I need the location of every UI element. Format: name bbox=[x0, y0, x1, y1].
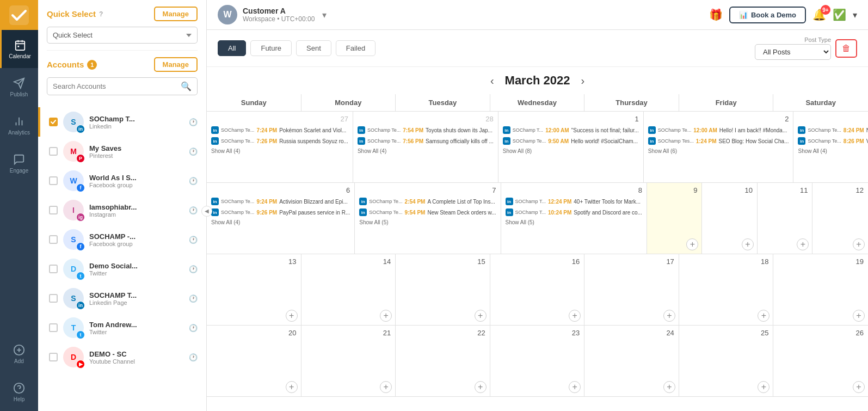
post-item[interactable]: inSOChamp Tes...1:24 PMSEO Blog: How Soc… bbox=[646, 136, 791, 146]
add-post-button[interactable]: + bbox=[286, 310, 298, 322]
day-number-9: 9 bbox=[649, 185, 700, 195]
post-item[interactable]: inSOChamp Te...8:24 PMNetflix is launchi… bbox=[796, 125, 868, 135]
post-item[interactable]: inSOChamp Te...7:54 PMToyota shuts down … bbox=[355, 125, 496, 135]
show-all-link[interactable]: Show All (8) bbox=[501, 147, 641, 155]
account-checkbox-iamsophiabr[interactable] bbox=[49, 206, 58, 214]
filter-tab-failed[interactable]: Failed bbox=[336, 40, 375, 56]
add-post-button[interactable]: + bbox=[663, 310, 675, 322]
filter-tab-all[interactable]: All bbox=[218, 40, 246, 56]
nav-item-publish[interactable]: Publish bbox=[0, 68, 38, 106]
account-checkbox-sochamp-t[interactable] bbox=[49, 294, 58, 303]
show-all-link[interactable]: Show All (4) bbox=[209, 147, 350, 155]
add-post-button[interactable]: + bbox=[742, 238, 754, 250]
add-post-button[interactable]: + bbox=[569, 381, 581, 393]
post-item[interactable]: inSOChamp Te...9:50 AMHello world! #Soci… bbox=[501, 136, 641, 146]
workspace-dropdown-icon[interactable]: ▾ bbox=[322, 10, 327, 20]
add-post-button[interactable]: + bbox=[663, 381, 675, 393]
cal-day-header-friday: Friday bbox=[679, 94, 774, 111]
account-checkbox-my-saves[interactable] bbox=[49, 147, 58, 156]
user-menu-dropdown-icon[interactable]: ▾ bbox=[853, 10, 857, 20]
account-checkbox-world-as-i-s[interactable] bbox=[49, 176, 58, 185]
search-accounts-input-wrapper[interactable]: 🔍 bbox=[47, 77, 198, 95]
post-item[interactable]: inSOChamp Te...12:00 AMHello! I am back!… bbox=[646, 125, 791, 135]
show-all-link[interactable]: Show All (5) bbox=[357, 218, 498, 226]
account-item-my-saves[interactable]: MPMy SavesPinterest🕐 bbox=[38, 137, 206, 166]
cal-day-header-thursday: Thursday bbox=[584, 94, 679, 111]
post-item[interactable]: inSOChamp Te...8:26 PMVerizon Plus Play … bbox=[796, 136, 868, 146]
show-all-link[interactable]: Show All (4) bbox=[209, 218, 352, 226]
book-demo-presentation-icon: 📊 bbox=[739, 11, 748, 19]
post-item[interactable]: inSOChamp T...12:24 PM40+ Twitter Tools … bbox=[503, 197, 644, 206]
post-item[interactable]: inSOChamp T...10:24 PMSpotify and Discor… bbox=[503, 207, 644, 217]
prev-month-button[interactable]: ‹ bbox=[490, 75, 494, 87]
delete-filter-button[interactable]: 🗑 bbox=[835, 39, 857, 58]
account-checkbox-tom-andrew[interactable] bbox=[49, 323, 58, 332]
post-text: Toyota shuts down its Jap... bbox=[426, 127, 494, 133]
tasks-icon[interactable]: ✅ bbox=[833, 8, 846, 21]
post-type-select[interactable]: All Posts bbox=[755, 44, 831, 60]
account-checkbox-demo-sc[interactable] bbox=[49, 353, 58, 361]
account-checkbox-sochamp-li[interactable] bbox=[49, 118, 58, 126]
show-all-link[interactable]: Show All (5) bbox=[503, 218, 644, 226]
add-post-button[interactable]: + bbox=[475, 310, 487, 322]
post-item[interactable]: inSOChamp T...12:00 AM"Success is not fi… bbox=[501, 125, 641, 135]
nav-item-add[interactable]: Add bbox=[0, 335, 38, 373]
account-item-sochamp-li[interactable]: SinSOChamp T...Linkedin🕐 bbox=[38, 107, 206, 137]
nav-item-calendar[interactable]: Calendar bbox=[0, 30, 38, 68]
post-item[interactable]: inSOChamp Te...7:24 PMPokémon Scarlet an… bbox=[209, 125, 350, 135]
app-logo[interactable] bbox=[0, 0, 38, 30]
account-item-iamsophiabr[interactable]: IigIamsophiabr...Instagram🕐 bbox=[38, 195, 206, 225]
add-post-button[interactable]: + bbox=[758, 310, 769, 322]
book-demo-button[interactable]: 📊 Book a Demo bbox=[729, 7, 806, 23]
add-post-button[interactable]: + bbox=[853, 310, 865, 322]
post-account: SOChamp Te... bbox=[658, 127, 691, 133]
post-item[interactable]: inSOChamp Te...7:56 PMSamsung officially… bbox=[355, 136, 496, 146]
post-item[interactable]: inSOChamp Te...9:54 PMNew Steam Deck ord… bbox=[357, 207, 498, 217]
account-item-demo-social[interactable]: DtDemo Social...Twitter🕐 bbox=[38, 254, 206, 284]
sidebar-collapse-handle[interactable]: ◀ bbox=[201, 206, 212, 217]
post-item[interactable]: inSOChamp Te...7:26 PMRussia suspends So… bbox=[209, 136, 350, 146]
account-checkbox-demo-social[interactable] bbox=[49, 265, 58, 273]
add-post-button[interactable]: + bbox=[475, 381, 487, 393]
add-post-button[interactable]: + bbox=[686, 238, 698, 250]
show-all-link[interactable]: Show All (6) bbox=[646, 147, 791, 155]
add-post-button[interactable]: + bbox=[797, 238, 809, 250]
next-month-button[interactable]: › bbox=[581, 75, 584, 87]
post-item[interactable]: inSOChamp Te...2:54 PMA Complete List of… bbox=[357, 197, 498, 206]
account-item-sochamp-t[interactable]: SinSOCHAMP T...Linkedin Page🕐 bbox=[38, 284, 206, 313]
add-post-button[interactable]: + bbox=[853, 381, 865, 393]
search-accounts-input[interactable] bbox=[53, 82, 177, 90]
show-all-link[interactable]: Show All (4) bbox=[796, 147, 868, 155]
gift-icon[interactable]: 🎁 bbox=[709, 8, 723, 21]
add-post-button[interactable]: + bbox=[286, 381, 298, 393]
quick-select-help-icon[interactable]: ? bbox=[99, 10, 103, 18]
quick-select-dropdown[interactable]: Quick Select bbox=[47, 27, 198, 44]
day-number-10: 10 bbox=[704, 185, 755, 195]
cal-day-header-tuesday: Tuesday bbox=[396, 94, 490, 111]
nav-item-help[interactable]: Help bbox=[0, 373, 38, 411]
post-item[interactable]: inSOChamp Te...9:26 PMPayPal pauses serv… bbox=[209, 207, 352, 217]
filter-tab-sent[interactable]: Sent bbox=[296, 40, 331, 56]
add-post-button[interactable]: + bbox=[380, 310, 392, 322]
nav-item-engage[interactable]: Engage bbox=[0, 144, 38, 182]
cal-cell-6: 6inSOChamp Te...9:24 PMActivision Blizza… bbox=[207, 183, 355, 254]
quick-select-manage-button[interactable]: Manage bbox=[154, 7, 198, 21]
filter-tab-future[interactable]: Future bbox=[250, 40, 292, 56]
post-account: SOChamp T... bbox=[515, 210, 546, 215]
accounts-manage-button[interactable]: Manage bbox=[154, 57, 198, 72]
account-item-sochamp-fb[interactable]: SfSOCHAMP -...Facebook group🕐 bbox=[38, 225, 206, 254]
notification-button[interactable]: 🔔 9+ bbox=[812, 8, 826, 21]
account-item-tom-andrew[interactable]: TtTom Andrew...Twitter🕐 bbox=[38, 313, 206, 342]
account-avatar-tom-andrew: Tt bbox=[63, 317, 84, 338]
nav-item-analytics[interactable]: Analytics bbox=[0, 106, 38, 144]
add-post-button[interactable]: + bbox=[380, 381, 392, 393]
account-avatar-iamsophiabr: Iig bbox=[63, 200, 84, 220]
show-all-link[interactable]: Show All (4) bbox=[355, 147, 496, 155]
account-item-world-as-i-s[interactable]: WfWorld As I S...Facebook group🕐 bbox=[38, 166, 206, 195]
add-post-button[interactable]: + bbox=[853, 238, 865, 250]
post-item[interactable]: inSOChamp Te...9:24 PMActivision Blizzar… bbox=[209, 197, 352, 206]
account-checkbox-sochamp-fb[interactable] bbox=[49, 235, 58, 244]
account-item-demo-sc[interactable]: D▶DEMO - SCYoutube Channel🕐 bbox=[38, 342, 206, 372]
add-post-button[interactable]: + bbox=[569, 310, 581, 322]
add-post-button[interactable]: + bbox=[758, 381, 769, 393]
